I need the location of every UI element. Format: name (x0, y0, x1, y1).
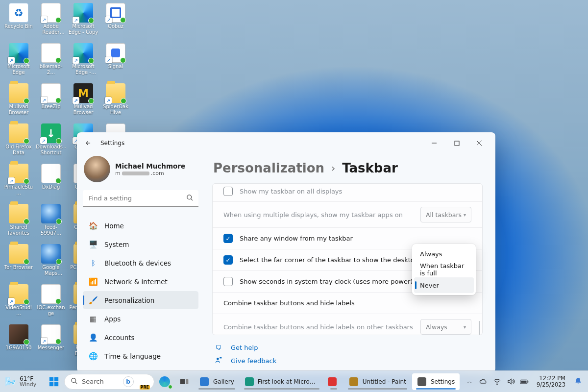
sidebar-item-apps[interactable]: ▦Apps (83, 310, 198, 328)
dl-icon: ↗ (41, 123, 61, 143)
desktop-icon-label: Mullvad Browser (68, 104, 98, 116)
desktop-icon[interactable]: ↗Microsoft Edge (3, 42, 34, 82)
taskbar-icon-copilot[interactable] (155, 373, 174, 390)
desktop-icon[interactable]: ↗Microsoft Edge - Cop… (68, 42, 99, 82)
search-icon (186, 194, 194, 203)
volume-icon[interactable] (506, 377, 515, 386)
sidebar-item-time-language[interactable]: 🌐Time & language (83, 347, 198, 365)
sidebar-item-network-internet[interactable]: 📶Network & internet (83, 272, 198, 291)
desktop-icon[interactable]: ↗VideoStudi… (3, 283, 34, 323)
checkbox-show-all-displays[interactable] (223, 187, 233, 196)
maximize-button[interactable] (445, 135, 468, 151)
close-button[interactable] (468, 135, 490, 151)
svg-rect-4 (54, 377, 58, 381)
combine-dropdown-menu: AlwaysWhen taskbar is fullNever (412, 244, 476, 295)
desktop-icon[interactable]: ↗Mullvad Browser (68, 82, 99, 122)
desktop-icon[interactable]: Mullvad Browser (3, 82, 34, 122)
desktop-icon[interactable]: 1G9A0150 (3, 323, 34, 364)
sync-status-icon (55, 98, 61, 103)
desktop-icon[interactable]: bikemap-2… (35, 42, 67, 82)
recycle-icon (9, 3, 28, 23)
taskbar-search[interactable]: Search b PRE (64, 374, 154, 390)
back-button[interactable] (84, 139, 93, 147)
desktop-icon[interactable]: Google Maps maps.googl… (35, 243, 67, 283)
desktop-icon[interactable]: DxDiag (35, 163, 67, 203)
chevron-down-icon: ▾ (464, 212, 466, 218)
desktop-icon[interactable]: ↗PinnacleStu… (3, 163, 34, 203)
sidebar-item-label: System (104, 241, 129, 248)
dropdown-option[interactable]: When taskbar is full (414, 262, 474, 277)
wifi-icon[interactable] (492, 377, 501, 386)
checkbox-show-seconds[interactable] (223, 277, 233, 286)
sync-status-icon (24, 98, 29, 104)
dropdown-combine-other[interactable]: Always ▾ (420, 319, 471, 335)
taskbar-task[interactable]: First look at Microsoft's (240, 373, 323, 390)
dropdown-option[interactable]: Never (414, 277, 474, 293)
pre-badge: PRE (140, 385, 150, 390)
svg-rect-9 (186, 379, 188, 384)
sidebar-item-label: Network & internet (104, 278, 168, 286)
edge-icon: ↗ (74, 3, 93, 23)
start-button[interactable] (45, 373, 63, 390)
taskbar-weather[interactable]: 🌬️ 61°F Windy (5, 376, 36, 388)
shortcut-arrow-icon: ↗ (41, 338, 48, 344)
scrollbar[interactable] (479, 321, 480, 335)
taskbar-clock[interactable]: 12:22 PM 9/25/2023 (537, 375, 565, 388)
sync-status-icon (120, 17, 126, 23)
taskbar-task[interactable]: Gallery (195, 373, 239, 390)
get-help-link[interactable]: 🗨 Get help (215, 344, 483, 351)
desktop-icon-label: feed-599d7… (36, 224, 66, 236)
sidebar-item-personalization[interactable]: 🖌️Personalization (83, 291, 198, 309)
mull-icon: ↗ (74, 83, 93, 103)
desktop-icon[interactable]: ↗Signal (100, 42, 131, 82)
sync-status-icon (55, 57, 61, 63)
task-label: First look at Microsoft's (258, 378, 318, 385)
search-input[interactable] (83, 190, 198, 207)
give-feedback-link[interactable]: Give feedback (215, 356, 483, 366)
desktop-icon[interactable]: ↗Adobe Reader Touch (35, 2, 67, 42)
breadcrumb-parent[interactable]: Personalization (213, 161, 324, 175)
taskbar-task[interactable]: Settings (412, 373, 460, 390)
user-profile[interactable]: Michael Muchmore m.com (83, 154, 198, 187)
dropdown-multi-display[interactable]: All taskbars ▾ (420, 207, 471, 222)
desktop-icon-label: Downloads - Shortcut (36, 144, 66, 156)
desktop-icon[interactable]: Tor Browser (3, 243, 34, 283)
taskbar-task[interactable] (324, 373, 343, 390)
sidebar-item-home[interactable]: 🏠Home (83, 217, 198, 235)
checkbox-far-corner[interactable] (223, 255, 233, 265)
desktop-icon[interactable]: ↗Qobuz (100, 2, 131, 42)
sidebar-item-bluetooth-devices[interactable]: ᛒBluetooth & devices (83, 254, 198, 272)
feedback-icon (215, 356, 224, 366)
battery-icon[interactable] (520, 377, 529, 386)
desktop-icon-label: Google Maps maps.googl… (36, 265, 66, 276)
desktop-icon[interactable]: IOC.exchange (35, 283, 67, 323)
nav-icon: 👤 (89, 333, 98, 342)
desktop-icon[interactable]: Recycle Bin (3, 2, 34, 42)
settings-search[interactable] (83, 190, 198, 207)
desktop-icon[interactable]: ↗BreeZip (35, 82, 67, 122)
desktop-icon[interactable]: ↗Downloads - Shortcut (35, 122, 67, 163)
taskbar: 🌬️ 61°F Windy Search b PRE GalleryFirst … (0, 370, 588, 392)
shortcut-arrow-icon: ↗ (105, 16, 112, 23)
minimize-button[interactable] (423, 135, 445, 151)
shortcut-arrow-icon: ↗ (73, 17, 79, 24)
desktop-icon[interactable]: ↗Microsoft Edge - Copy (68, 2, 99, 42)
app-icon (199, 377, 209, 387)
desktop-icon[interactable]: ↗Messenger (35, 323, 67, 364)
tray-overflow-button[interactable]: ︿ (465, 377, 474, 386)
desktop-icon[interactable]: feed-599d7… (35, 203, 67, 243)
user-email: m.com (115, 170, 185, 176)
taskbar-icon-taskview[interactable] (175, 373, 194, 390)
help-icon: 🗨 (215, 344, 224, 351)
onedrive-icon[interactable] (479, 377, 488, 386)
desktop-icon[interactable]: ↗SpiderOak Hive (100, 82, 131, 122)
notifications-icon[interactable] (574, 377, 583, 386)
dropdown-option[interactable]: Always (414, 246, 474, 262)
sidebar-item-accounts[interactable]: 👤Accounts (83, 328, 198, 346)
checkbox-share-window[interactable] (223, 234, 233, 243)
shortcut-arrow-icon: ↗ (41, 97, 48, 103)
sidebar-item-system[interactable]: 🖥️System (83, 235, 198, 253)
desktop-icon[interactable]: Old Firefox Data (3, 122, 34, 163)
taskbar-task[interactable]: Untitled - Paint (344, 373, 411, 390)
desktop-icon[interactable]: Shared favorites (3, 203, 34, 243)
